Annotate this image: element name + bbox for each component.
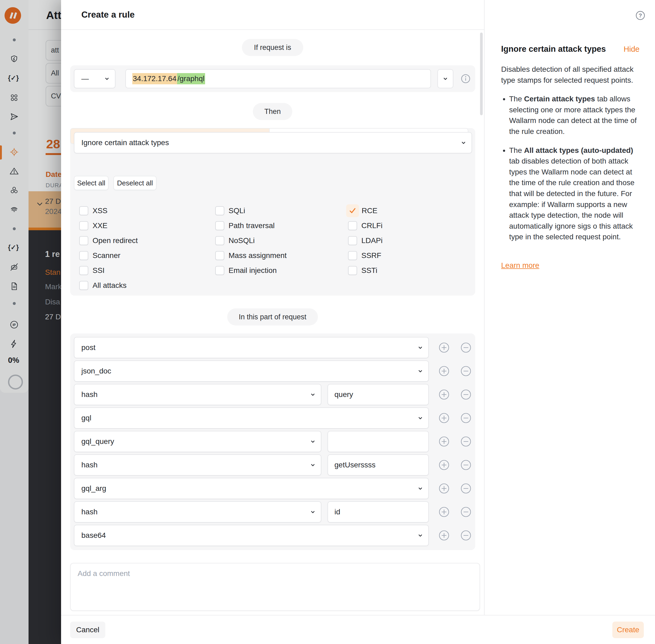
- shield-bolt-icon[interactable]: [9, 54, 19, 64]
- modal-title: Create a rule: [81, 9, 135, 20]
- clover-icon[interactable]: [9, 93, 19, 102]
- checkbox-sqli[interactable]: [215, 206, 224, 215]
- add-row-icon[interactable]: [439, 436, 449, 447]
- part-select[interactable]: post: [74, 337, 429, 358]
- part-select[interactable]: gql: [74, 407, 429, 429]
- part-select[interactable]: hash: [74, 454, 321, 476]
- wallarm-logo[interactable]: [4, 7, 21, 24]
- checkbox-crlfi[interactable]: [348, 221, 357, 230]
- checkbox-xxe[interactable]: [79, 221, 88, 230]
- part-value-input[interactable]: [327, 431, 429, 452]
- checkbox-path-traversal[interactable]: [215, 221, 224, 230]
- active-nav-indicator: [0, 145, 2, 160]
- checkbox-nosqli[interactable]: [215, 236, 224, 245]
- filter-chip-attacks[interactable]: att: [46, 40, 61, 61]
- remove-row-icon[interactable]: [461, 413, 471, 423]
- checkbox-scanner[interactable]: [79, 251, 88, 260]
- checkbox-rce-checked[interactable]: [346, 204, 359, 217]
- condition-operator-select[interactable]: —: [74, 69, 115, 88]
- remove-row-icon[interactable]: [461, 436, 471, 447]
- info-icon[interactable]: [461, 74, 471, 84]
- biohazard-icon[interactable]: [9, 185, 19, 195]
- part-value-input[interactable]: [327, 454, 429, 476]
- select-all-button[interactable]: Select all: [74, 176, 109, 190]
- checkbox-ldapi[interactable]: [348, 236, 357, 245]
- filter-chip-cve[interactable]: CV: [46, 86, 61, 107]
- attack-option: Email injection: [213, 263, 287, 278]
- fingerprint-icon[interactable]: [9, 205, 19, 214]
- selected-attack-row[interactable]: 27 D 2024: [28, 191, 61, 228]
- part-select[interactable]: gql_arg: [74, 478, 429, 499]
- footer-divider: [61, 615, 655, 616]
- underlying-page-strip: Att att All CV 28 Date DURA 27 D 2024 1 …: [28, 0, 61, 644]
- rules-braces-icon[interactable]: {✓}: [8, 244, 19, 251]
- warning-triangle-icon[interactable]: [9, 166, 19, 176]
- part-select[interactable]: json_doc: [74, 361, 429, 382]
- mark-label: Mark: [45, 282, 61, 291]
- cancel-button[interactable]: Cancel: [70, 622, 106, 638]
- rules-braces-icon[interactable]: {✓}: [8, 74, 19, 82]
- checkbox-all-attacks[interactable]: [79, 281, 88, 290]
- avatar[interactable]: [8, 374, 23, 390]
- checkbox-email-injection[interactable]: [215, 266, 224, 275]
- part-value-input[interactable]: [327, 501, 429, 523]
- checkbox-open-redirect[interactable]: [79, 236, 88, 245]
- request-part-card: post json_doc hash gql gql_: [70, 334, 475, 550]
- filter-chip-all[interactable]: All: [46, 63, 61, 84]
- attack-option: SSI: [77, 263, 138, 278]
- part-select[interactable]: hash: [74, 384, 321, 405]
- uri-input[interactable]: 34.172.17.64/graphql: [125, 69, 431, 88]
- document-icon[interactable]: [9, 281, 19, 291]
- remove-row-icon[interactable]: [461, 507, 471, 517]
- checkbox-mass-assignment[interactable]: [215, 251, 224, 260]
- part-select[interactable]: base64: [74, 525, 429, 546]
- part-value-input[interactable]: [327, 384, 429, 405]
- add-row-icon[interactable]: [439, 389, 449, 400]
- add-row-icon[interactable]: [439, 530, 449, 541]
- checkbox-xss[interactable]: [79, 206, 88, 215]
- add-row-icon[interactable]: [439, 366, 449, 376]
- remove-row-icon[interactable]: [461, 389, 471, 400]
- add-row-icon[interactable]: [439, 413, 449, 423]
- uri-expand-button[interactable]: [437, 69, 453, 88]
- lightning-bolt-icon[interactable]: [9, 339, 19, 349]
- chevron-down-icon[interactable]: [36, 200, 44, 208]
- add-row-icon[interactable]: [439, 483, 449, 494]
- date-column-label[interactable]: Date: [46, 170, 61, 179]
- paper-plane-icon[interactable]: [9, 112, 19, 122]
- rail-dot-icon: [13, 39, 16, 41]
- remove-row-icon[interactable]: [461, 483, 471, 494]
- requests-count-label: 1 re: [45, 249, 60, 259]
- attacks-target-icon[interactable]: [9, 147, 19, 157]
- remove-row-icon[interactable]: [461, 530, 471, 541]
- checkbox-ssi[interactable]: [79, 266, 88, 275]
- deselect-all-button[interactable]: Deselect all: [113, 176, 157, 190]
- remove-row-icon[interactable]: [461, 460, 471, 470]
- attacks-count: 28: [46, 137, 60, 151]
- attack-option: XSS: [77, 203, 138, 218]
- attack-column-3: RCE CRLFi LDAPi SSRF SSTi: [346, 203, 382, 278]
- scrollbar-thumb[interactable]: [480, 32, 483, 115]
- add-row-icon[interactable]: [439, 507, 449, 517]
- rail-dot-icon: [13, 132, 16, 135]
- learn-more-link[interactable]: Learn more: [501, 261, 539, 270]
- part-select[interactable]: hash: [74, 501, 321, 523]
- remove-row-icon[interactable]: [461, 342, 471, 353]
- hide-link[interactable]: Hide: [624, 45, 639, 54]
- part-select[interactable]: gql_query: [74, 431, 321, 452]
- add-row-icon[interactable]: [439, 342, 449, 353]
- selected-row-accent-bar: [28, 228, 61, 230]
- uri-path-token: /graphql: [177, 73, 205, 84]
- create-button[interactable]: Create: [612, 622, 644, 638]
- disabled-label: Disa: [45, 298, 60, 306]
- ip-circle-icon[interactable]: IP: [9, 320, 19, 329]
- comment-textarea[interactable]: [70, 563, 480, 611]
- attack-option: NoSQLi: [213, 233, 287, 248]
- checkbox-ssrf[interactable]: [348, 251, 357, 260]
- add-row-icon[interactable]: [439, 460, 449, 470]
- condition-card: — 34.172.17.64/graphql: [70, 65, 475, 92]
- remove-row-icon[interactable]: [461, 366, 471, 376]
- checkbox-ssti[interactable]: [348, 266, 357, 275]
- robot-off-icon[interactable]: [9, 262, 19, 272]
- rule-action-select[interactable]: Ignore certain attack types: [74, 132, 472, 154]
